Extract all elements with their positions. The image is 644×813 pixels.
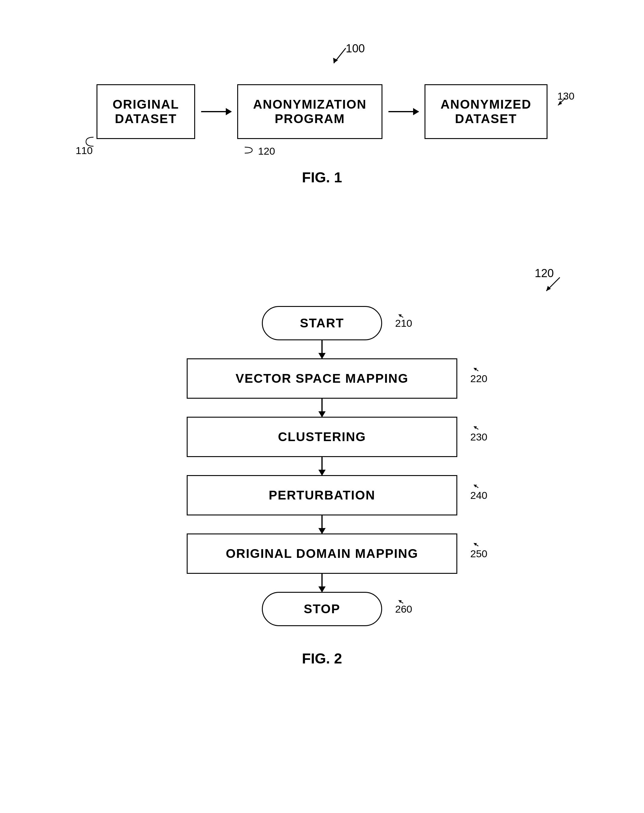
box2-line2: PROGRAM xyxy=(253,112,367,126)
clustering-row: CLUSTERING 230 xyxy=(30,417,614,457)
arrow-260 xyxy=(397,599,406,605)
fig2-section: 120 START 210 xyxy=(30,264,614,667)
odm-row: ORIGINAL DOMAIN MAPPING 250 xyxy=(30,534,614,574)
fig1-section: 100 110 ORIGINAL DATASET xyxy=(30,42,614,186)
fig1-flowchart: 110 ORIGINAL DATASET ANONYMIZATION PROGR… xyxy=(30,84,614,139)
fig2-caption: FIG. 2 xyxy=(30,650,614,667)
arrow-odm-stop xyxy=(321,574,323,592)
arrow-130 xyxy=(557,96,569,108)
fig1-arrow2 xyxy=(382,111,425,112)
arrow-210 xyxy=(397,313,406,319)
arrow-vsm-clustering xyxy=(321,399,323,417)
arrow-clustering-perturbation xyxy=(321,457,323,475)
page-container: 100 110 ORIGINAL DATASET xyxy=(0,0,644,813)
fig2-flowchart: START 210 VECTOR SPACE MAPPING 220 xyxy=(30,306,614,626)
start-node: START xyxy=(262,306,382,340)
box2-line1: ANONYMIZATION xyxy=(253,97,367,112)
label-250: 250 xyxy=(470,548,487,560)
perturbation-row: PERTURBATION 240 xyxy=(30,475,614,515)
label-220: 220 xyxy=(470,373,487,385)
box3-line2: DATASET xyxy=(441,112,531,126)
fig1-arrow1 xyxy=(195,111,237,112)
box3-line1: ANONYMIZED xyxy=(441,97,531,112)
label-210: 210 xyxy=(395,318,412,329)
perturbation-node: PERTURBATION xyxy=(187,475,457,515)
label-120: 120 xyxy=(258,145,275,157)
clustering-node: CLUSTERING xyxy=(187,417,457,457)
arrow-perturbation-odm xyxy=(321,515,323,534)
anonymized-dataset-box: ANONYMIZED DATASET xyxy=(425,84,547,139)
arrow-250 xyxy=(472,541,481,548)
vsm-row: VECTOR SPACE MAPPING 220 xyxy=(30,358,614,399)
box1-line2: DATASET xyxy=(112,112,179,126)
arrow-220 xyxy=(472,367,481,373)
brace-110 xyxy=(84,136,96,148)
brace-120 xyxy=(243,146,255,155)
vsm-node: VECTOR SPACE MAPPING xyxy=(187,358,457,399)
fig1-caption: FIG. 1 xyxy=(30,169,614,186)
fig2-arrow-120 xyxy=(542,276,566,294)
arrow-100 xyxy=(328,45,352,69)
anonymization-program-box: ANONYMIZATION PROGRAM xyxy=(237,84,383,139)
box1-line1: ORIGINAL xyxy=(112,97,179,112)
arrow-240 xyxy=(472,483,481,489)
label-230: 230 xyxy=(470,431,487,443)
label-240: 240 xyxy=(470,489,487,501)
stop-row: STOP 260 xyxy=(30,592,614,626)
odm-node: ORIGINAL DOMAIN MAPPING xyxy=(187,534,457,574)
stop-node: STOP xyxy=(262,592,382,626)
arrow-start-vsm xyxy=(321,340,323,358)
start-row: START 210 xyxy=(30,306,614,340)
arrow-230 xyxy=(472,425,481,431)
original-dataset-box: ORIGINAL DATASET xyxy=(96,84,195,139)
label-260: 260 xyxy=(395,603,412,615)
